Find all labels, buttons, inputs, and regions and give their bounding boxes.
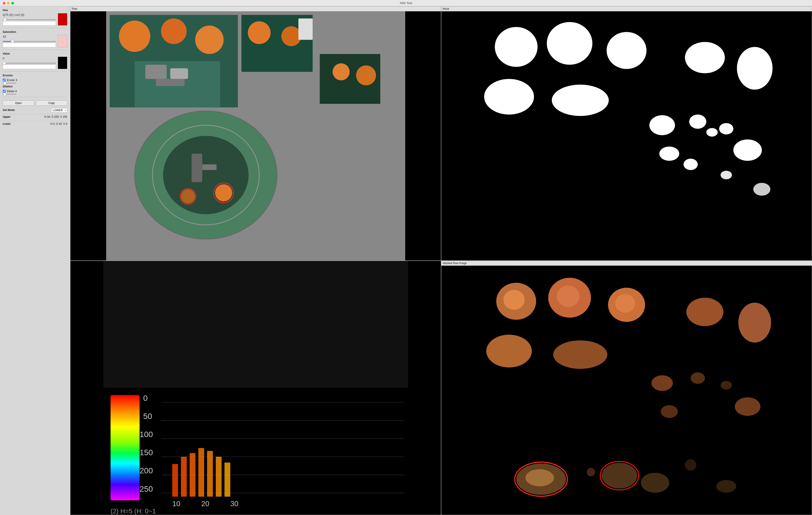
svg-point-73 — [557, 285, 580, 307]
svg-point-19 — [181, 189, 195, 204]
value-swatch — [58, 57, 67, 69]
hue-label: Hue — [3, 9, 67, 12]
svg-text:0: 0 — [143, 394, 148, 402]
svg-point-78 — [486, 335, 532, 368]
saturation-color-info: 42 — [3, 35, 56, 47]
svg-point-35 — [706, 128, 718, 137]
svg-rect-67 — [216, 457, 222, 497]
upper-value: H 34; S 255; V 255 — [45, 115, 67, 118]
hue-swatch — [58, 13, 67, 26]
svg-rect-6 — [145, 65, 167, 79]
copy-button[interactable]: Copy — [36, 100, 67, 106]
minimize-button[interactable] — [7, 2, 10, 4]
saturation-section: Saturation 42 — [3, 30, 67, 47]
svg-text:250: 250 — [140, 484, 153, 493]
svg-text:10: 10 — [172, 499, 180, 508]
dilate-slider[interactable] — [3, 94, 16, 95]
erode-slider[interactable] — [3, 83, 16, 84]
svg-point-82 — [721, 381, 732, 390]
lower-row: Lower H 0; S 42; V 0 — [3, 121, 67, 127]
mask-image-area — [441, 11, 812, 261]
open-button[interactable]: Open — [3, 100, 34, 106]
svg-rect-16 — [192, 154, 202, 182]
svg-rect-66 — [207, 451, 213, 497]
svg-point-81 — [691, 372, 705, 384]
svg-point-26 — [495, 27, 538, 67]
mask-cell: Mask — [441, 6, 812, 261]
hue-input[interactable] — [3, 21, 56, 26]
svg-text:150: 150 — [140, 448, 153, 457]
hue-color-info: QT5 (0) | cv2 (0) — [3, 13, 56, 26]
svg-text:20: 20 — [201, 499, 209, 508]
bottom-buttons: Open Copy — [3, 100, 67, 106]
value-input[interactable] — [3, 65, 56, 69]
saturation-label: Saturation — [3, 30, 67, 33]
svg-point-30 — [552, 85, 609, 116]
value-value: 0 — [3, 57, 56, 60]
main-container: Hue QT5 (0) | cv2 (0) Saturation 42 — [0, 6, 812, 515]
mask-label: Mask — [441, 6, 812, 11]
svg-point-37 — [659, 147, 679, 161]
lower-label: Lower — [3, 122, 11, 125]
svg-rect-12 — [298, 18, 313, 40]
image-grid: Raw — [70, 6, 812, 515]
raw-image-svg — [70, 11, 441, 261]
svg-point-75 — [615, 294, 635, 313]
window-title: HSV Tool — [400, 1, 412, 5]
svg-point-92 — [716, 480, 736, 493]
hue-section: Hue QT5 (0) | cv2 (0) — [3, 9, 67, 26]
upper-label: Upper — [3, 115, 11, 118]
dilate-checkbox[interactable] — [3, 90, 6, 93]
svg-point-76 — [687, 298, 723, 326]
erode-label: Erode 3 — [7, 78, 17, 82]
hsv-chart-area: 0 50 100 150 200 250 10 20 30 (2) H=5 (H… — [70, 261, 441, 515]
left-panel: Hue QT5 (0) | cv2 (0) Saturation 42 — [0, 6, 70, 515]
hue-color-row: QT5 (0) | cv2 (0) — [3, 13, 67, 26]
saturation-input[interactable] — [3, 43, 56, 47]
erosion-label: Erosion — [3, 74, 67, 77]
svg-point-79 — [553, 340, 607, 369]
mask-image-svg — [441, 11, 812, 261]
svg-point-34 — [689, 115, 706, 129]
set-mode-select-wrapper: LOWER UPPER — [51, 108, 67, 113]
masked-raw-image-area — [441, 266, 812, 515]
set-mode-row: Set Mode LOWER UPPER — [3, 108, 67, 113]
raw-image-area — [70, 11, 441, 261]
saturation-slider[interactable] — [3, 41, 56, 42]
upper-row: Upper H 34; S 255; V 255 — [3, 114, 67, 120]
svg-point-38 — [684, 159, 698, 170]
svg-point-36 — [719, 123, 733, 134]
masked-raw-svg — [441, 266, 812, 515]
erode-checkbox[interactable] — [3, 79, 6, 82]
close-button[interactable] — [3, 2, 5, 4]
svg-text:50: 50 — [143, 412, 152, 421]
erode-checkbox-row: Erode 3 — [3, 78, 67, 82]
dilate-checkbox-row: Dilate 4 — [3, 89, 67, 93]
svg-point-11 — [281, 26, 301, 46]
svg-rect-7 — [170, 68, 188, 79]
svg-point-77 — [738, 303, 771, 342]
svg-rect-8 — [156, 79, 185, 86]
value-slider[interactable] — [3, 63, 56, 64]
svg-point-86 — [525, 469, 554, 486]
svg-point-3 — [161, 18, 187, 44]
svg-text:30: 30 — [230, 499, 238, 508]
svg-rect-63 — [181, 457, 187, 497]
hue-slider[interactable] — [3, 19, 56, 20]
svg-point-83 — [661, 405, 678, 418]
svg-point-33 — [649, 115, 675, 135]
value-color-row: 0 — [3, 57, 67, 69]
svg-point-90 — [587, 468, 596, 477]
svg-rect-62 — [172, 464, 178, 497]
right-panel: Raw — [70, 6, 812, 515]
masked-raw-label: Masked Raw Image — [441, 261, 812, 266]
saturation-swatch — [58, 35, 67, 47]
raw-cell: Raw — [70, 6, 441, 261]
set-mode-select[interactable]: LOWER UPPER — [51, 108, 67, 113]
svg-point-14 — [163, 136, 249, 214]
svg-point-10 — [248, 21, 271, 44]
masked-raw-cell: Masked Raw Image — [441, 261, 812, 515]
svg-point-18 — [215, 184, 232, 201]
maximize-button[interactable] — [11, 2, 14, 4]
erosion-section: Erosion Erode 3 — [3, 74, 67, 84]
